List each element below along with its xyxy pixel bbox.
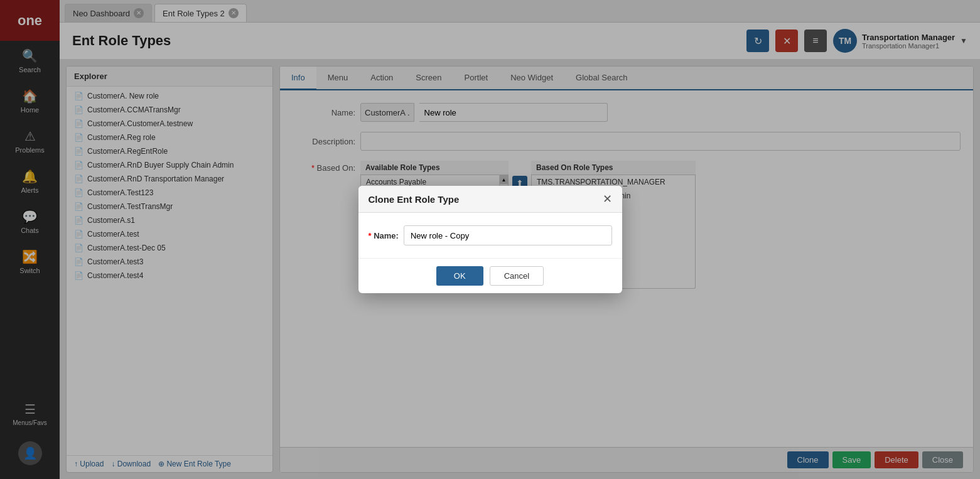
- clone-modal: Clone Ent Role Type ✕ * Name: OK Cancel: [358, 186, 622, 293]
- modal-header: Clone Ent Role Type ✕: [358, 186, 622, 213]
- modal-close-button[interactable]: ✕: [603, 193, 612, 205]
- modal-footer: OK Cancel: [358, 258, 622, 293]
- modal-name-input[interactable]: [404, 225, 612, 245]
- modal-body: * Name:: [358, 213, 622, 258]
- modal-ok-button[interactable]: OK: [436, 266, 483, 286]
- modal-title: Clone Ent Role Type: [369, 194, 460, 205]
- modal-cancel-button[interactable]: Cancel: [490, 266, 544, 286]
- modal-overlay: Clone Ent Role Type ✕ * Name: OK Cancel: [0, 0, 980, 479]
- modal-name-label: * Name:: [369, 231, 399, 240]
- modal-name-row: * Name:: [369, 225, 612, 245]
